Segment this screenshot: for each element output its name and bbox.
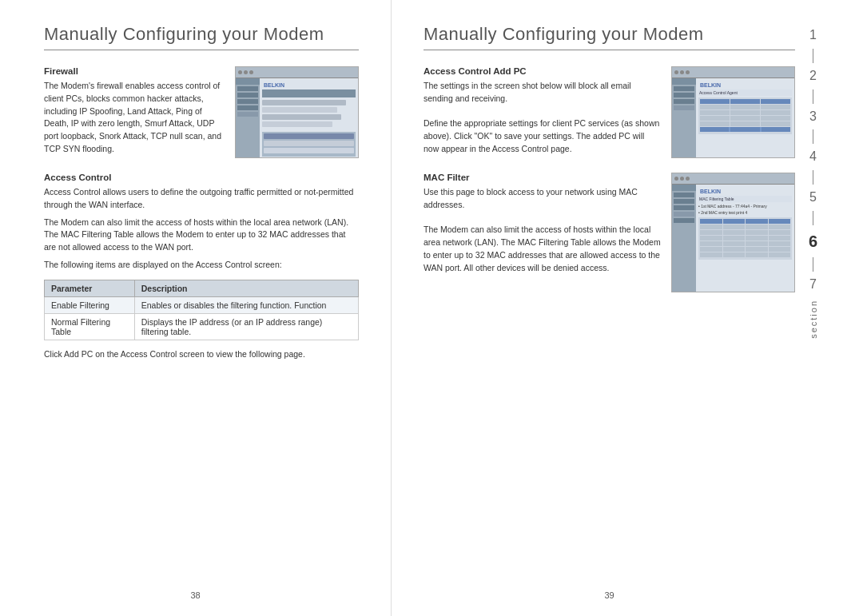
access-control-section: Access Control Access Control allows use… bbox=[44, 173, 359, 360]
section-num-7: 7 bbox=[809, 273, 817, 296]
left-page: Manually Configuring your Modem Firewall… bbox=[0, 0, 392, 616]
desc-2: Displays the IP address (or an IP addres… bbox=[134, 313, 358, 340]
section-num-1: 1 bbox=[809, 24, 817, 47]
right-page-number: 39 bbox=[604, 590, 614, 600]
mac-filter-screenshot: BELKIN MAC Filtering Table • 1st MAC add… bbox=[671, 173, 795, 292]
access-control-add-pc-body: The settings in the screen shot below wi… bbox=[424, 80, 662, 156]
param-2: Normal Filtering Table bbox=[45, 313, 135, 340]
access-control-intro: Access Control allows users to define th… bbox=[44, 186, 359, 212]
access-control-add-pc-section: Access Control Add PC The settings in th… bbox=[424, 66, 795, 158]
table-row: Enable Filtering Enables or disables the… bbox=[45, 296, 359, 313]
firewall-section: Firewall The Modem's firewall enables ac… bbox=[44, 66, 359, 158]
mac-filter-body: Use this page to block access to your ne… bbox=[424, 186, 662, 274]
access-control-add-pc-text: Access Control Add PC The settings in th… bbox=[424, 66, 662, 158]
param-1: Enable Filtering bbox=[45, 296, 135, 313]
param-table: Parameter Description Enable Filtering E… bbox=[44, 280, 359, 340]
section-label: section bbox=[809, 300, 818, 339]
mac-filter-heading: MAC Filter bbox=[424, 173, 662, 182]
access-control-para3: The following items are displayed on the… bbox=[44, 259, 359, 272]
divider-2 bbox=[813, 89, 813, 104]
section-num-3: 3 bbox=[809, 105, 817, 129]
divider-6 bbox=[813, 257, 813, 272]
access-control-footer: Click Add PC on the Access Control scree… bbox=[44, 348, 359, 361]
left-content: Firewall The Modem's firewall enables ac… bbox=[44, 66, 359, 360]
firewall-text: Firewall The Modem's firewall enables ac… bbox=[44, 66, 225, 158]
firewall-heading: Firewall bbox=[44, 66, 225, 76]
section-num-6-active: 6 bbox=[809, 227, 817, 256]
table-row: Normal Filtering Table Displays the IP a… bbox=[45, 313, 359, 340]
access-control-para2: The Modem can also limit the access of h… bbox=[44, 217, 359, 254]
mac-filter-text: MAC Filter Use this page to block access… bbox=[424, 173, 662, 292]
col-description: Description bbox=[134, 280, 358, 296]
divider-3 bbox=[813, 129, 813, 144]
access-control-add-pc-heading: Access Control Add PC bbox=[424, 66, 662, 76]
firewall-screenshot: BELKIN bbox=[235, 66, 359, 158]
divider-1 bbox=[813, 49, 813, 63]
right-page-title: Manually Configuring your Modem bbox=[424, 24, 795, 50]
divider-5 bbox=[813, 211, 813, 225]
divider-4 bbox=[813, 170, 813, 185]
col-parameter: Parameter bbox=[45, 280, 135, 296]
access-control-add-pc-screenshot: BELKIN Access Control Agent bbox=[671, 66, 795, 158]
access-control-heading: Access Control bbox=[44, 173, 359, 182]
firewall-body: The Modem's firewall enables access cont… bbox=[44, 80, 225, 156]
desc-1: Enables or disables the filtering functi… bbox=[134, 296, 358, 313]
section-numbers-sidebar: 1 2 3 4 5 6 7 section bbox=[799, 0, 827, 616]
mac-filter-section: MAC Filter Use this page to block access… bbox=[424, 173, 795, 292]
right-page: Manually Configuring your Modem Access C… bbox=[392, 0, 827, 616]
section-num-4: 4 bbox=[809, 145, 817, 169]
section-num-2: 2 bbox=[809, 65, 817, 88]
left-page-number: 38 bbox=[190, 590, 200, 600]
left-page-title: Manually Configuring your Modem bbox=[44, 24, 359, 50]
section-num-5: 5 bbox=[809, 186, 817, 209]
right-content: Access Control Add PC The settings in th… bbox=[424, 66, 795, 292]
